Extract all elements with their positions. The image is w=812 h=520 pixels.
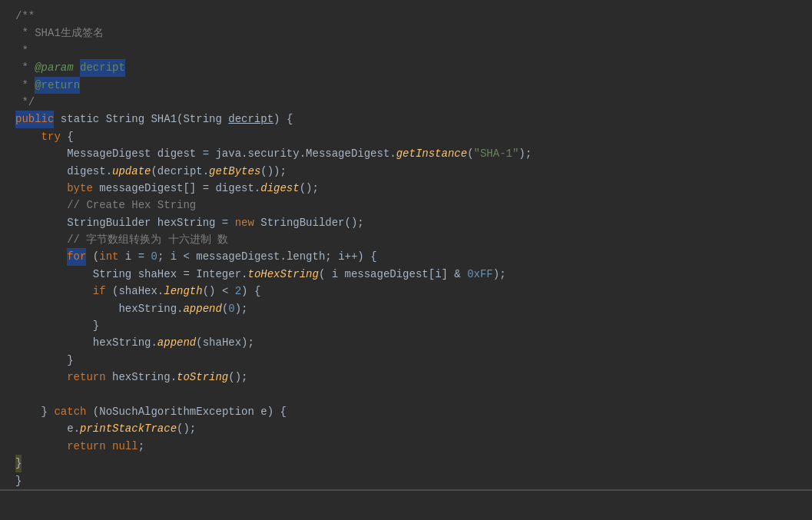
indent-9 — [15, 300, 118, 317]
code-line-9: MessageDigest digest = java.security.Mes… — [0, 145, 812, 162]
tohex-args: ( i messageDigest[i] & — [319, 266, 467, 283]
keyword-catch: catch — [54, 403, 86, 420]
comment-text-1: * SHA1生成签名 — [15, 25, 104, 41]
code-line-21: } — [0, 352, 812, 369]
code-line-27: } — [0, 455, 812, 472]
code-line-14: // 字节数组转换为 十六进制 数 — [0, 231, 812, 248]
comment-close: */ — [15, 94, 35, 111]
indent-2 — [15, 145, 67, 162]
if-brace: ) { — [241, 283, 260, 300]
code-line-10: digest.update(decript.getBytes()); — [0, 163, 812, 180]
i-var: i = — [118, 248, 151, 265]
dot5: . — [151, 334, 157, 351]
digest-var: digest = java.security. — [151, 145, 306, 162]
length-close: () < — [203, 283, 235, 300]
string-class: String — [93, 266, 131, 283]
close-brace-2: } — [67, 352, 73, 369]
integer-class: Integer — [196, 266, 241, 283]
e-var: e — [67, 420, 73, 437]
digest-close: (); — [300, 180, 319, 197]
at-return: @return — [35, 77, 80, 94]
for-args: ( — [86, 248, 99, 265]
code-line-7: public static String SHA1(String decript… — [0, 111, 812, 128]
indent-11 — [15, 334, 93, 351]
printstacktrace-method: printStackTrace — [80, 420, 177, 437]
update-args: (decript. — [151, 163, 209, 180]
getbytes-close: ()); — [260, 163, 287, 180]
code-line-15: for (int i = 0; i < messageDigest.length… — [0, 248, 812, 265]
code-line-5: * @return — [0, 77, 812, 94]
tohex-close: ); — [493, 266, 506, 283]
catch-var: e) { — [254, 403, 287, 420]
indent-4 — [15, 180, 67, 197]
param-name: decript — [228, 111, 273, 128]
sha1-string: "SHA-1" — [474, 145, 519, 162]
final-brace: } — [15, 472, 22, 489]
append-open: ( — [222, 300, 228, 317]
param-decript: decript — [80, 59, 125, 76]
dot2: . — [106, 163, 112, 180]
stringbuilder-new: StringBuilder — [260, 214, 344, 231]
indent-16 — [15, 438, 67, 455]
code-line-19: } — [0, 317, 812, 334]
exception-class: NoSuchAlgorithmException — [99, 403, 254, 420]
indent-10 — [15, 317, 93, 334]
append-method-1: append — [183, 300, 221, 317]
paren-open: ( — [467, 145, 473, 162]
keyword-return-2: return — [67, 438, 105, 455]
digest-ref: digest — [67, 163, 105, 180]
dot3: . — [241, 266, 247, 283]
keyword-new: new — [235, 214, 254, 231]
paren-close: ); — [519, 145, 532, 162]
code-line-12: // Create Hex String — [0, 197, 812, 214]
indent-1 — [15, 128, 41, 145]
tostring-method: toString — [177, 369, 228, 386]
indent-12 — [15, 352, 67, 369]
indent-15 — [15, 420, 67, 437]
code-line-17: if (shaHex.length() < 2) { — [0, 283, 812, 300]
messagedigest-class: MessageDigest — [67, 145, 151, 162]
digest-method: digest — [260, 180, 299, 197]
dot4: . — [177, 300, 183, 317]
update-method: update — [112, 163, 151, 180]
getbytes-method: getBytes — [209, 163, 260, 180]
code-line-13: StringBuilder hexString = new StringBuil… — [0, 214, 812, 231]
indent-7 — [15, 266, 93, 283]
keyword-null: null — [112, 438, 138, 455]
hexstring-ref2: hexString — [118, 300, 177, 317]
hexstring-var: hexString = — [151, 214, 234, 231]
comment-asterisk: * — [15, 42, 28, 59]
if-args: (shaHex. — [106, 283, 164, 300]
zero-1: 0 — [151, 248, 157, 265]
code-line-22: return hexString.toString(); — [0, 369, 812, 386]
code-line-25: e.printStackTrace(); — [0, 420, 812, 437]
code-line-11: byte messageDigest[] = digest.digest(); — [0, 180, 812, 197]
stringbuilder-close: (); — [345, 214, 364, 231]
null-val — [106, 438, 112, 455]
code-line-18: hexString.append(0); — [0, 300, 812, 317]
comment-open: /** — [15, 8, 35, 25]
shahex-var: shaHex = — [131, 266, 196, 283]
append-shahex: (shaHex); — [196, 334, 254, 351]
code-line-6: */ — [0, 94, 812, 111]
indent-13 — [15, 369, 67, 386]
code-line-8: try { — [0, 128, 812, 145]
close-brace-1: } — [93, 317, 99, 334]
keyword-int: int — [99, 248, 118, 265]
keyword-try: try — [41, 128, 61, 145]
catch-args: ( — [86, 403, 99, 420]
length-method: length — [164, 283, 202, 300]
keyword-public: public — [15, 111, 54, 128]
messagedigest-ref: MessageDigest — [306, 145, 389, 162]
method-close: ) { — [273, 111, 293, 128]
zero-2: 0 — [228, 300, 234, 317]
dot6: . — [74, 420, 80, 437]
comment-space-3: * — [15, 77, 35, 94]
printstacktrace-close: (); — [177, 420, 196, 437]
indent-5 — [15, 214, 67, 231]
two: 2 — [235, 283, 241, 300]
code-line-24: } catch (NoSuchAlgorithmException e) { — [0, 403, 812, 420]
stringbuilder-class: StringBuilder — [67, 214, 151, 231]
code-line-20: hexString.append(shaHex); — [0, 334, 812, 351]
comment-chinese: // 字节数组转换为 十六进制 数 — [15, 231, 228, 248]
